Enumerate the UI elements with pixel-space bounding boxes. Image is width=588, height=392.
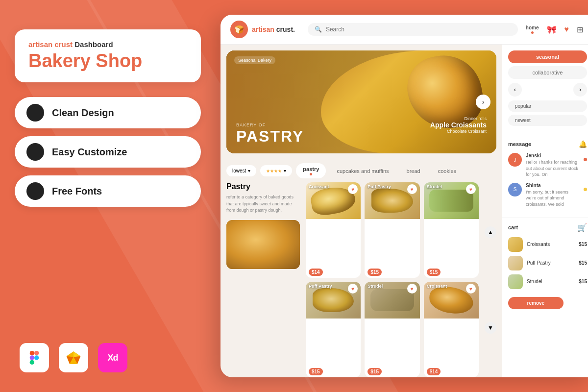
cart-item-name-3: Strudel xyxy=(527,279,575,284)
category-bread[interactable]: bread xyxy=(400,165,427,177)
product-name-5: Strudel xyxy=(368,284,383,289)
filter-label: lowest xyxy=(232,168,246,173)
popular-filter[interactable]: popular xyxy=(508,100,587,112)
cart-thumb-2 xyxy=(508,256,523,270)
product-heart-6[interactable]: ♥ xyxy=(466,284,476,294)
dashboard-body: Seasonal Bakery bakery of PASTRY Dinner … xyxy=(220,45,588,377)
product-name-3: Strudel xyxy=(427,184,442,189)
heart-icon: ♥ xyxy=(564,25,569,34)
seasonal-filter-button[interactable]: seasonal xyxy=(508,50,587,63)
filter-lowest[interactable]: lowest ▾ xyxy=(226,165,256,176)
home-label: home xyxy=(526,25,539,30)
product-name-2: Puff Pastry xyxy=(368,184,391,189)
nav-dot xyxy=(531,31,534,34)
search-icon: 🔍 xyxy=(315,26,322,33)
remove-button[interactable]: remove xyxy=(508,297,564,309)
cart-thumb-3 xyxy=(508,274,523,289)
messages-title: message xyxy=(508,141,531,147)
product-price-3: $15 xyxy=(427,269,441,276)
strudel-shape xyxy=(429,190,473,212)
product-name-1: Croissant xyxy=(309,184,329,189)
logo: 🍞 artisan crust. xyxy=(230,21,295,38)
cart-icon: 🛒 xyxy=(577,223,587,232)
product-card-4[interactable]: Puff Pastry ♥ $15 xyxy=(306,282,361,377)
feature-dot xyxy=(26,104,44,122)
newest-filter[interactable]: newest xyxy=(508,115,587,126)
category-row: lowest ▾ ★★★★ ▾ pastry cupcakes and muff… xyxy=(220,159,502,182)
cart-item-3: Strudel $15 xyxy=(508,274,587,289)
cart-item-price-3: $15 xyxy=(579,279,587,284)
bell-icon: 🔔 xyxy=(579,140,587,148)
message-content-2: Shinta I'm sorry, but it seems we're out… xyxy=(526,183,580,208)
hero-banner: Seasonal Bakery bakery of PASTRY Dinner … xyxy=(226,50,496,153)
product-card-2[interactable]: Puff Pastry ♥ $15 xyxy=(365,182,419,278)
scroll-up-button[interactable]: ▲ xyxy=(485,226,496,238)
message-item-1[interactable]: J Jenski Hello! Thanks for reaching out … xyxy=(508,153,587,178)
search-input[interactable] xyxy=(326,26,511,33)
cart-item-name-2: Puff Pastry xyxy=(527,260,575,266)
chevron-down-icon: ▾ xyxy=(248,168,250,173)
logo-icon: 🍞 xyxy=(230,21,248,38)
messages-header: message 🔔 xyxy=(508,140,587,148)
unread-dot-2 xyxy=(584,188,587,191)
hero-content: bakery of PASTRY xyxy=(236,122,304,146)
hero-side-sub: Chocolate Croissant xyxy=(430,129,487,134)
product-heart-5[interactable]: ♥ xyxy=(407,284,417,294)
product-price-4: $15 xyxy=(309,368,323,375)
figma-icon xyxy=(20,343,49,372)
gift-icon: 🎀 xyxy=(547,25,557,34)
filter-next-button[interactable]: › xyxy=(573,83,587,97)
dashboard-header: 🍞 artisan crust. 🔍 home 🎀 ♥ ⊞ xyxy=(220,15,588,45)
svg-rect-4 xyxy=(30,360,34,365)
cart-item-price-2: $15 xyxy=(579,260,587,266)
hero-next-button[interactable]: › xyxy=(476,95,490,109)
cart-title: cart xyxy=(508,224,518,230)
filter-stars[interactable]: ★★★★ ▾ xyxy=(260,165,292,176)
feature-free-fonts: Free Fonts xyxy=(15,175,201,207)
product-name-6: Croissant xyxy=(427,284,447,289)
search-bar[interactable]: 🔍 xyxy=(308,23,518,36)
svg-marker-6 xyxy=(74,352,80,357)
filter-arrows: ‹ › xyxy=(508,83,587,97)
category-pastry[interactable]: pastry xyxy=(296,163,326,178)
product-card-5[interactable]: Strudel ♥ $15 xyxy=(365,282,419,377)
product-card-6[interactable]: Croissant ♥ $14 xyxy=(424,282,479,377)
collaborative-filter-button[interactable]: collaborative xyxy=(508,66,587,79)
nav-grid[interactable]: ⊞ xyxy=(577,25,583,34)
message-text-1: Hello! Thanks for reaching out about our… xyxy=(526,159,580,178)
cat-active-dot xyxy=(310,173,312,175)
star-rating: ★★★★ xyxy=(266,169,282,173)
header-nav: home 🎀 ♥ ⊞ xyxy=(526,25,583,34)
filter-section: seasonal collaborative ‹ › popular newes… xyxy=(502,45,588,135)
filter-prev-button[interactable]: ‹ xyxy=(508,83,522,97)
product-price-6: $14 xyxy=(427,368,441,375)
cart-item-2: Puff Pastry $15 xyxy=(508,256,587,270)
svg-rect-0 xyxy=(30,351,34,355)
brand-subtitle: artisan crust Dashboard xyxy=(28,40,187,49)
category-cupcakes[interactable]: cupcakes and muffins xyxy=(330,165,395,177)
nav-gift[interactable]: 🎀 xyxy=(547,25,557,34)
message-item-2[interactable]: S Shinta I'm sorry, but it seems we're o… xyxy=(508,183,587,208)
avatar-jenski: J xyxy=(508,153,522,167)
product-card-1[interactable]: Croissant ♥ $14 xyxy=(306,182,361,278)
feature-dot xyxy=(26,182,44,200)
hero-right-label: Dinner rolls Apple Croissants Chocolate … xyxy=(430,116,487,134)
category-cookies[interactable]: cookies xyxy=(431,165,463,177)
nav-heart[interactable]: ♥ xyxy=(564,25,569,34)
scroll-down-button[interactable]: ▼ xyxy=(485,322,496,334)
right-sidebar: seasonal collaborative ‹ › popular newes… xyxy=(502,45,588,377)
xd-icon: Xd xyxy=(98,343,127,372)
product-heart-3[interactable]: ♥ xyxy=(466,184,476,194)
hero-badge: Seasonal Bakery xyxy=(234,56,275,64)
products-info: Pastry refer to a category of baked good… xyxy=(226,182,300,377)
unread-dot-1 xyxy=(584,158,587,161)
hero-tag: bakery of xyxy=(236,122,304,127)
products-grid: Croissant ♥ $14 Puff Pastry ♥ $15 xyxy=(306,182,479,377)
products-title: Pastry xyxy=(226,182,300,191)
left-panel: artisan crust Dashboard Bakery Shop Clea… xyxy=(15,29,201,215)
product-card-3[interactable]: Strudel ♥ $15 xyxy=(424,182,479,278)
messages-section: message 🔔 J Jenski Hello! Thanks for rea… xyxy=(502,135,588,218)
nav-home[interactable]: home xyxy=(526,25,539,34)
product-heart-2[interactable]: ♥ xyxy=(407,184,417,194)
products-img-overlay xyxy=(226,220,300,269)
